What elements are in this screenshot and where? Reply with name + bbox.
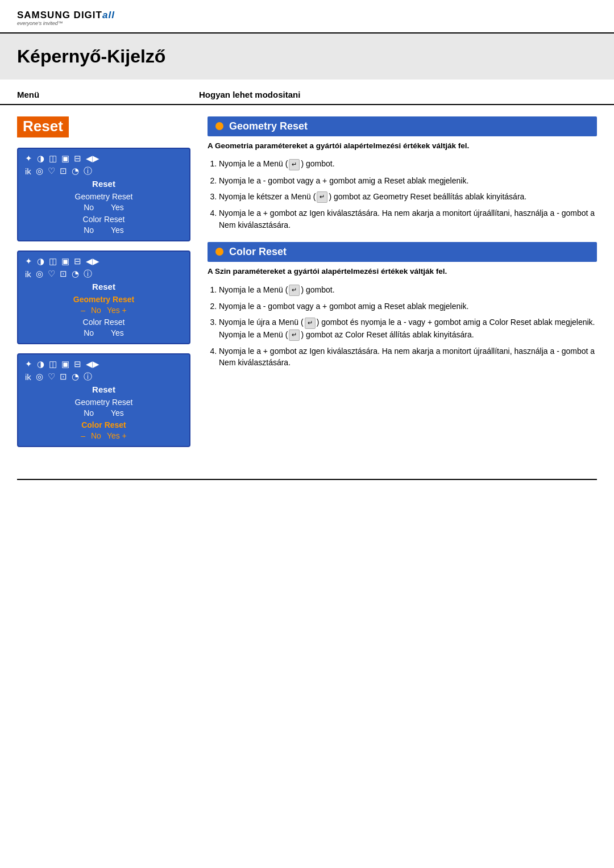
osd-box-1: ✦ ◑ ◫ ▣ ⊟ ◀▶ ik ◎ ♡ ⊡ ◔ ⓘ Reset Geometry… bbox=[17, 148, 190, 241]
osd-icon-heart-2: ♡ bbox=[48, 269, 55, 279]
osd-icon-grid-3: ⊡ bbox=[60, 372, 67, 382]
osd-icon-info-3: ⓘ bbox=[84, 372, 92, 382]
geometry-reset-title: Geometry Reset bbox=[229, 120, 308, 132]
osd-color-yes-3: Yes + bbox=[107, 431, 127, 440]
osd-geometry-label-2: Geometry Reset bbox=[25, 295, 182, 304]
osd-color-values-1: No Yes bbox=[25, 226, 182, 235]
osd-icon-size-2: ◫ bbox=[49, 256, 57, 266]
osd-minus-2: – bbox=[81, 306, 85, 315]
osd-color-sel-row-3: – No Yes + bbox=[25, 431, 182, 440]
osd-icon-position-2: ▣ bbox=[61, 256, 69, 266]
osd-icons-row-6: ik ◎ ♡ ⊡ ◔ ⓘ bbox=[25, 372, 182, 382]
footer-line bbox=[17, 479, 597, 485]
osd-no-3: No bbox=[84, 408, 94, 418]
osd-no-1: No bbox=[84, 203, 94, 212]
osd-color-no-2: No bbox=[84, 328, 94, 337]
color-step-2: Nyomja le a - gombot vagy a + gombot ami… bbox=[219, 301, 597, 312]
osd-icon-color-3: ◎ bbox=[36, 372, 43, 382]
osd-icon-contrast: ◑ bbox=[37, 153, 44, 164]
osd-yes-2: Yes + bbox=[107, 306, 127, 315]
osd-icons-row-4: ik ◎ ♡ ⊡ ◔ ⓘ bbox=[25, 269, 182, 279]
osd-icons-row-2: ik ◎ ♡ ⊡ ◔ ⓘ bbox=[25, 166, 182, 177]
menu-icon-5: ↵ bbox=[289, 329, 300, 341]
osd-icon-size: ◫ bbox=[49, 153, 57, 164]
osd-icon-nav-3: ◀▶ bbox=[86, 359, 99, 369]
osd-reset-title-3: Reset bbox=[25, 385, 182, 394]
osd-icons-row-5: ✦ ◑ ◫ ▣ ⊟ ◀▶ bbox=[25, 359, 182, 369]
osd-icon-clock-2: ◔ bbox=[72, 269, 79, 279]
page-title: Képernyő-Kijelző bbox=[17, 46, 597, 67]
right-column: Geometry Reset A Geometria paramétereket… bbox=[208, 116, 597, 456]
color-reset-title: Color Reset bbox=[229, 246, 287, 258]
osd-reset-title-1: Reset bbox=[25, 179, 182, 189]
osd-icon-size-3: ◫ bbox=[49, 359, 57, 369]
osd-icon-heart: ♡ bbox=[48, 166, 55, 176]
osd-yes-1: Yes bbox=[111, 203, 124, 212]
geometry-dot bbox=[215, 122, 223, 130]
osd-box-3: ✦ ◑ ◫ ▣ ⊟ ◀▶ ik ◎ ♡ ⊡ ◔ ⓘ Reset Geometry… bbox=[17, 353, 190, 447]
page-title-area: Képernyő-Kijelző bbox=[0, 34, 614, 80]
col-how-label: Hogyan lehet modositani bbox=[199, 90, 300, 99]
osd-box-2: ✦ ◑ ◫ ▣ ⊟ ◀▶ ik ◎ ♡ ⊡ ◔ ⓘ Reset Geometry… bbox=[17, 251, 190, 344]
osd-icon-person-2: ik bbox=[25, 269, 31, 279]
geometry-step-4: Nyomja le a + gombot az Igen kiválasztás… bbox=[219, 207, 597, 231]
main-content: Reset ✦ ◑ ◫ ▣ ⊟ ◀▶ ik ◎ ♡ ⊡ ◔ ⓘ Reset Ge… bbox=[0, 105, 614, 468]
osd-icon-clock-3: ◔ bbox=[72, 372, 79, 382]
color-reset-steps: Nyomja le a Menü (↵) gombot. Nyomja le a… bbox=[208, 284, 597, 369]
osd-yes-3: Yes bbox=[111, 408, 124, 418]
osd-color-no-1: No bbox=[84, 226, 94, 235]
column-headers: Menü Hogyan lehet modositani bbox=[0, 80, 614, 105]
brand-name: SAMSUNG DIGITall bbox=[17, 10, 597, 21]
osd-icon-heart-3: ♡ bbox=[48, 372, 55, 382]
color-step-1: Nyomja le a Menü (↵) gombot. bbox=[219, 284, 597, 296]
brand-all: all bbox=[102, 10, 115, 20]
samsung-logo: SAMSUNG DIGITall everyone's invited™ bbox=[17, 10, 597, 27]
osd-icon-info-2: ⓘ bbox=[84, 269, 92, 279]
col-menu-label: Menü bbox=[17, 90, 199, 99]
osd-icon-info: ⓘ bbox=[84, 166, 92, 177]
color-step-3: Nyomja le újra a Menü (↵) gombot és nyom… bbox=[219, 316, 597, 341]
color-dot bbox=[215, 248, 223, 256]
osd-color-minus-3: – bbox=[81, 431, 85, 440]
osd-icon-save-2: ⊟ bbox=[74, 256, 81, 266]
geometry-reset-steps: Nyomja le a Menü (↵) gombot. Nyomja le a… bbox=[208, 158, 597, 230]
osd-geometry-values-1: No Yes bbox=[25, 203, 182, 212]
left-column: Reset ✦ ◑ ◫ ▣ ⊟ ◀▶ ik ◎ ♡ ⊡ ◔ ⓘ Reset Ge… bbox=[17, 116, 190, 456]
menu-icon-3: ↵ bbox=[289, 285, 300, 296]
osd-icon-person-3: ik bbox=[25, 372, 31, 382]
menu-icon-4: ↵ bbox=[305, 318, 316, 329]
menu-icon-2: ↵ bbox=[317, 191, 327, 203]
osd-no-2: No bbox=[91, 306, 101, 315]
osd-icon-grid-2: ⊡ bbox=[60, 269, 67, 279]
osd-icon-nav-2: ◀▶ bbox=[86, 256, 99, 266]
color-step-4: Nyomja le a + gombot az Igen kiválasztás… bbox=[219, 345, 597, 369]
color-reset-description: A Szin paramétereket a gyártói alapértel… bbox=[208, 266, 597, 277]
osd-color-values-2: No Yes bbox=[25, 328, 182, 337]
osd-icons-row-3: ✦ ◑ ◫ ▣ ⊟ ◀▶ bbox=[25, 256, 182, 266]
geometry-reset-section-header: Geometry Reset bbox=[208, 116, 597, 136]
osd-icon-person: ik bbox=[25, 166, 31, 176]
osd-geometry-label-3: Geometry Reset bbox=[25, 398, 182, 407]
osd-icon-color-2: ◎ bbox=[36, 269, 43, 279]
osd-icon-color: ◎ bbox=[36, 166, 43, 176]
osd-icons-row-1: ✦ ◑ ◫ ▣ ⊟ ◀▶ bbox=[25, 153, 182, 164]
osd-icon-brightness-2: ✦ bbox=[25, 256, 32, 266]
menu-icon-1: ↵ bbox=[289, 159, 300, 170]
geometry-step-2: Nyomja le a - gombot vagy a + gombot ami… bbox=[219, 175, 597, 186]
osd-icon-clock: ◔ bbox=[72, 166, 79, 176]
osd-icon-grid: ⊡ bbox=[60, 166, 67, 176]
header: SAMSUNG DIGITall everyone's invited™ bbox=[0, 0, 614, 34]
osd-icon-position: ▣ bbox=[61, 153, 69, 164]
osd-geometry-label-1: Geometry Reset bbox=[25, 192, 182, 201]
color-reset-section-header: Color Reset bbox=[208, 242, 597, 262]
osd-color-no-3: No bbox=[91, 431, 101, 440]
geometry-step-1: Nyomja le a Menü (↵) gombot. bbox=[219, 158, 597, 170]
osd-icon-contrast-3: ◑ bbox=[37, 359, 44, 369]
osd-color-label-2: Color Reset bbox=[25, 318, 182, 327]
osd-color-label-1: Color Reset bbox=[25, 215, 182, 224]
osd-icon-nav: ◀▶ bbox=[86, 153, 99, 164]
osd-color-label-3: Color Reset bbox=[25, 420, 182, 429]
osd-geometry-sel-row-2: – No Yes + bbox=[25, 306, 182, 315]
osd-icon-save-3: ⊟ bbox=[74, 359, 81, 369]
osd-color-yes-2: Yes bbox=[111, 328, 124, 337]
